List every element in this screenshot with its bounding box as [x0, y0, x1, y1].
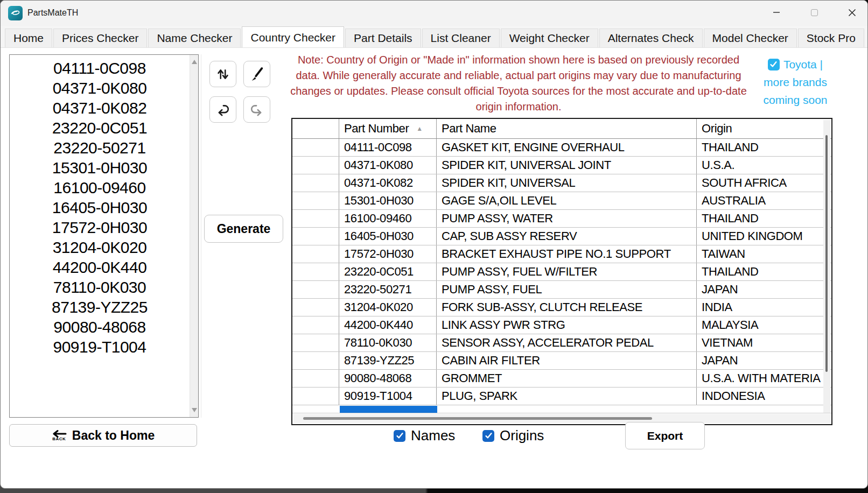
table-row[interactable]: 17572-0H030 BRACKET EXHAUST PIPE NO.1 SU…	[292, 245, 831, 263]
tab-alternates-check[interactable]: Alternates Check	[599, 29, 703, 47]
origins-checkbox[interactable]	[482, 430, 494, 442]
origin-header[interactable]: Origin	[697, 119, 831, 138]
undo-button[interactable]	[209, 96, 236, 123]
row-selector-cell	[292, 334, 339, 351]
part-number-cell: 44200-0K440	[339, 316, 437, 334]
horizontal-scroll-thumb[interactable]	[303, 417, 652, 420]
redo-button[interactable]	[243, 96, 270, 123]
part-name-cell: CAP, SUB ASSY RESERV	[437, 228, 697, 245]
origin-cell: VIETNAM	[697, 334, 831, 351]
tab-list-cleaner[interactable]: List Cleaner	[422, 29, 500, 47]
scroll-down-icon[interactable]	[192, 408, 197, 412]
table-row[interactable]: 04371-0K082 SPIDER KIT, UNIVERSAL SOUTH …	[292, 174, 831, 192]
maximize-button[interactable]	[802, 4, 827, 21]
minimize-button[interactable]	[764, 4, 789, 21]
tab-bar: HomePrices CheckerName CheckerCountry Ch…	[1, 26, 867, 48]
close-icon	[848, 9, 856, 17]
part-name-cell: BRACKET EXHAUST PIPE NO.1 SUPPORT	[437, 245, 697, 263]
part-numbers-list[interactable]: 04111-0C09804371-0K08004371-0K08223220-0…	[9, 54, 199, 418]
tab-prices-checker[interactable]: Prices Checker	[53, 29, 147, 47]
close-button[interactable]	[839, 4, 864, 21]
table-horizontal-scrollbar[interactable]	[293, 414, 830, 423]
part-name-cell: CABIN AIR FILTER	[437, 352, 697, 369]
tab-country-checker[interactable]: Country Checker	[242, 26, 344, 48]
row-selector-cell	[292, 281, 339, 298]
table-row[interactable]: 90919-T1004 PLUG, SPARK INDONESIA	[292, 388, 831, 405]
table-row[interactable]: 16405-0H030 CAP, SUB ASSY RESERV UNITED …	[292, 228, 831, 245]
row-selector-cell	[292, 192, 339, 209]
table-row[interactable]: 04111-0C098 GASKET KIT, ENGINE OVERHAUL …	[292, 139, 831, 157]
row-selector-header	[292, 119, 339, 138]
part-number-item: 16405-0H030	[10, 198, 190, 217]
origin-cell: INDIA	[697, 299, 831, 316]
origin-cell: THAILAND	[697, 139, 831, 156]
generate-button[interactable]: Generate	[204, 215, 283, 243]
tab-name-checker[interactable]: Name Checker	[148, 29, 241, 47]
part-number-item: 04111-0C098	[10, 58, 190, 78]
toyota-checkbox[interactable]	[768, 59, 780, 71]
part-number-cell: 04371-0K082	[339, 174, 437, 192]
table-row[interactable]: 87139-YZZ25 CABIN AIR FILTER JAPAN	[292, 352, 831, 370]
row-selector-cell	[292, 370, 339, 387]
back-to-home-button[interactable]: BACK Back to Home	[9, 424, 197, 447]
table-row[interactable]: 31204-0K020 FORK SUB-ASSY, CLUTCH RELEAS…	[292, 299, 831, 316]
selected-cell-highlight	[340, 406, 437, 413]
tab-home[interactable]: Home	[5, 29, 52, 47]
part-name-cell: PUMP ASSY, FUEL	[437, 281, 697, 298]
sort-icon	[214, 65, 232, 83]
table-row[interactable]: 16100-09460 PUMP ASSY, WATER THAILAND	[292, 210, 831, 228]
minimize-icon	[773, 9, 780, 16]
names-checkbox[interactable]	[394, 430, 405, 442]
origin-cell: AUSTRALIA	[697, 192, 831, 209]
part-number-header[interactable]: Part Number ▲	[339, 119, 437, 138]
part-name-cell: GROMMET	[437, 370, 697, 387]
part-number-cell: 90080-48068	[339, 370, 437, 387]
row-selector-cell	[292, 157, 339, 174]
part-number-item: 04371-0K082	[10, 98, 190, 118]
scroll-up-icon[interactable]	[192, 60, 197, 64]
vertical-scroll-thumb[interactable]	[825, 135, 828, 372]
window-controls	[764, 4, 864, 21]
names-label: Names	[411, 427, 455, 444]
tab-stock-pro[interactable]: Stock Pro	[798, 29, 864, 47]
table-vertical-scrollbar[interactable]	[823, 120, 830, 413]
table-row[interactable]: 23220-50271 PUMP ASSY, FUEL JAPAN	[292, 281, 831, 299]
check-icon	[485, 433, 492, 439]
brand-line: more brands	[752, 73, 838, 91]
part-name-header[interactable]: Part Name	[437, 119, 697, 138]
tab-part-details[interactable]: Part Details	[345, 29, 421, 47]
row-selector-cell	[292, 174, 339, 192]
sort-button[interactable]	[209, 61, 236, 87]
row-selector-cell	[292, 316, 339, 334]
table-row[interactable]: 23220-0C051 PUMP ASSY, FUEL W/FILTER THA…	[292, 263, 831, 281]
table-row[interactable]: 90080-48068 GROMMET U.S.A. WITH MATERIA	[292, 370, 831, 388]
results-table: Part Number ▲ Part Name Origin 04111-0C0…	[291, 118, 832, 425]
table-row[interactable]: 78110-0K030 SENSOR ASSY, ACCELERATOR PED…	[292, 334, 831, 352]
table-row[interactable]: 44200-0K440 LINK ASSY PWR STRG MALAYSIA	[292, 316, 831, 334]
table-row[interactable]: 04371-0K080 SPIDER KIT, UNIVERSAL JOINT …	[292, 157, 831, 174]
sort-ascending-icon: ▲	[416, 125, 422, 132]
new-row-placeholder[interactable]	[292, 405, 831, 413]
export-button[interactable]: Export	[625, 422, 705, 449]
maximize-icon	[811, 9, 818, 16]
part-number-cell: 04371-0K080	[339, 157, 437, 174]
app-logo-icon	[8, 6, 23, 20]
part-number-cell: 78110-0K030	[339, 334, 437, 351]
app-window: PartsMateTH HomePrices CheckerName Check…	[0, 0, 868, 489]
part-number-item: 87139-YZZ25	[10, 297, 190, 317]
tab-weight-checker[interactable]: Weight Checker	[501, 29, 598, 47]
part-number-item: 04371-0K080	[10, 78, 190, 98]
part-name-cell: PLUG, SPARK	[437, 388, 697, 405]
part-name-cell: PUMP ASSY, WATER	[437, 210, 697, 227]
part-number-cell: 23220-0C051	[339, 263, 437, 280]
origin-cell: U.S.A.	[697, 157, 831, 174]
list-scrollbar[interactable]	[190, 55, 198, 417]
brand-line: Toyota |	[783, 55, 823, 73]
row-selector-cell	[292, 228, 339, 245]
tab-model-checker[interactable]: Model Checker	[704, 29, 797, 47]
table-body: 04111-0C098 GASKET KIT, ENGINE OVERHAUL …	[292, 139, 831, 405]
brush-button[interactable]	[243, 61, 270, 87]
table-row[interactable]: 15301-0H030 GAGE S/A,OIL LEVEL AUSTRALIA	[292, 192, 831, 210]
row-selector-cell	[292, 139, 339, 156]
origin-cell: THAILAND	[697, 210, 831, 227]
